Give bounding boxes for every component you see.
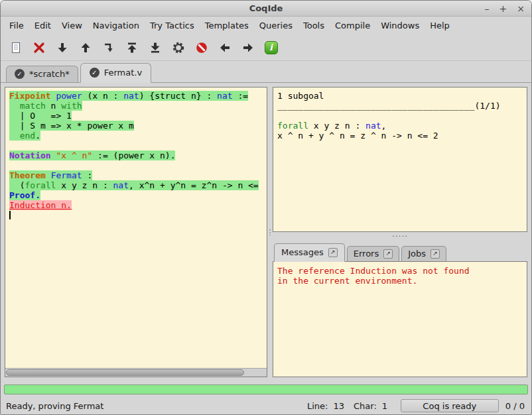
arrow-left-icon [218,41,232,54]
menu-item-view[interactable]: View [56,18,88,33]
code-line [9,210,267,220]
code-line: Fixpoint power (x n : nat) {struct n} : … [9,91,267,101]
code-line: Induction n. [9,200,267,210]
line-label: Line: [307,401,328,411]
tab-errors[interactable]: Errors [347,246,399,262]
code-line: forall x y z n : nat, [277,121,527,131]
feedback-tabstrip: Messages Errors Jobs [273,241,527,261]
no-entry-icon [195,41,208,54]
code-line: 1 subgoal [277,91,527,101]
menu-item-queries[interactable]: Queries [254,18,298,33]
messages-panel[interactable]: The reference Induction was not foundin … [273,261,527,377]
menu-item-tools[interactable]: Tools [298,18,330,33]
tab-messages-label: Messages [281,247,324,257]
detach-icon[interactable] [383,249,393,259]
menu-item-compile[interactable]: Compile [330,18,375,33]
new-file-button[interactable] [7,38,25,56]
splitter-grip-icon [392,232,408,241]
code-line: Notation "x ^ n" := (power x n). [9,150,267,160]
close-x-icon [33,41,46,54]
interrupt-button[interactable] [192,38,210,56]
new-file-icon [9,41,23,54]
window-title: CoqIde [249,3,283,13]
restart-button[interactable] [123,38,141,56]
title-bar[interactable]: CoqIde – + × [1,1,531,17]
menu-item-try-tactics[interactable]: Try Tactics [145,18,200,33]
arrow-to-bottom-icon [149,41,162,54]
check-circle-icon [15,69,25,79]
script-editor-panel: Fixpoint power (x n : nat) {struct n} : … [5,87,267,377]
code-line: | O => 1 [9,111,267,121]
toolbar [1,34,531,61]
code-line: Proof. [9,190,267,200]
arrow-to-top-icon [125,41,139,54]
forward-button[interactable] [53,38,71,56]
code-line: Theorem Fermat : [9,170,267,180]
horizontal-splitter[interactable] [273,232,527,241]
close-button[interactable]: × [517,4,525,13]
menu-item-windows[interactable]: Windows [375,18,425,33]
scrollbar-handle[interactable] [6,369,244,376]
status-bar: Ready, proving Fermat Line: 13 Char: 1 C… [1,397,531,414]
char-label: Char: [354,401,377,411]
about-button[interactable] [262,38,280,56]
code-line: x ^ n + y ^ n = z ^ n -> n <= 2 [277,131,527,141]
check-circle-icon [90,68,100,78]
tab-jobs[interactable]: Jobs [401,246,446,262]
coq-state-text: Coq is ready [423,401,476,411]
jobs-counter: 0 / 0 [505,401,525,411]
tab-jobs-label: Jobs [408,249,426,259]
menu-item-help[interactable]: Help [425,18,455,33]
code-line: The reference Induction was not found [277,266,527,276]
code-line: end. [9,131,267,141]
line-value: 13 [333,401,344,411]
go-to-end-button[interactable] [146,38,164,56]
code-line [277,111,527,121]
tab-messages[interactable]: Messages [274,243,345,262]
arrow-up-icon [79,41,92,54]
window-controls: – + × [485,1,525,16]
menu-item-navigation[interactable]: Navigation [88,18,145,33]
tab-fermat-label: Fermat.v [104,68,142,78]
goals-panel[interactable]: 1 subgoal_______________________________… [273,87,527,232]
tab-fermat[interactable]: Fermat.v [80,63,151,83]
maximize-button[interactable]: + [499,4,507,13]
main-area: Fixpoint power (x n : nat) {struct n} : … [1,83,531,381]
goto-cursor-button[interactable] [100,38,117,56]
detach-icon[interactable] [431,249,440,259]
tab-scratch-label: *scratch* [29,69,70,79]
menu-item-templates[interactable]: Templates [200,18,254,33]
detach-icon[interactable] [328,248,338,257]
code-line: | S m => x * power x m [9,121,267,131]
arrow-right-icon [241,41,255,54]
menu-item-edit[interactable]: Edit [29,18,56,33]
code-line: ______________________________________(1… [277,101,527,111]
code-line [9,160,267,170]
corner-arrow-icon [102,41,115,54]
horizontal-scrollbar[interactable] [5,368,267,377]
minimize-button[interactable]: – [485,4,490,13]
coqide-window: CoqIde – + × File Edit View Navigation T… [0,0,532,415]
script-editor[interactable]: Fixpoint power (x n : nat) {struct n} : … [5,88,267,368]
fully-check-button[interactable] [169,38,187,56]
menu-item-file[interactable]: File [4,18,29,33]
vertical-splitter[interactable] [267,87,273,377]
close-buffer-button[interactable] [30,38,48,56]
next-occurrence-button[interactable] [239,38,257,56]
char-value: 1 [382,401,391,411]
right-column: 1 subgoal_______________________________… [273,87,527,377]
gear-icon [172,41,185,54]
code-line: in the current environment. [277,276,527,286]
status-message: Ready, proving Fermat [6,401,103,411]
backward-button[interactable] [76,38,94,56]
text-cursor [9,211,11,219]
coq-state-indicator: Coq is ready [401,399,499,412]
tab-scratch[interactable]: *scratch* [6,66,78,83]
previous-occurrence-button[interactable] [216,38,233,56]
progress-bar [4,385,528,394]
code-line: match n with [9,101,267,111]
menu-bar: File Edit View Navigation Try Tactics Te… [1,17,531,34]
code-line [9,141,267,150]
document-tabstrip: *scratch* Fermat.v [1,61,531,83]
info-icon [265,41,278,54]
